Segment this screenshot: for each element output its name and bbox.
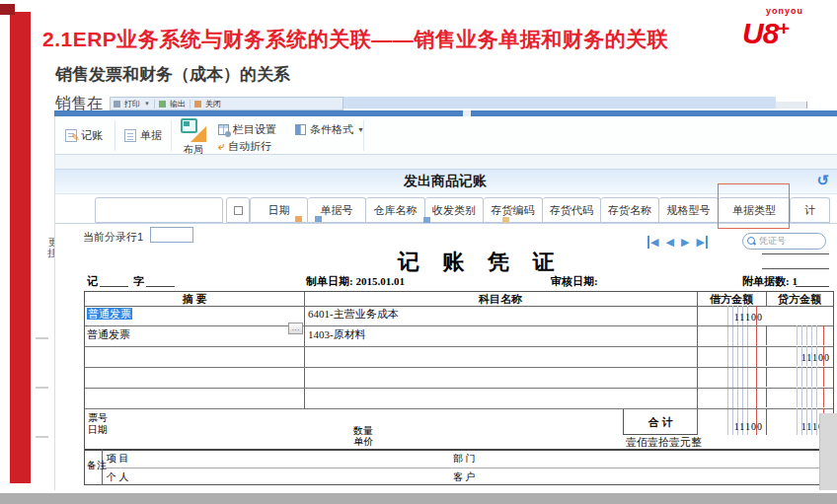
project-label: 项 目 bbox=[107, 452, 129, 466]
toolbar-divider bbox=[114, 120, 115, 151]
made-date: 制单日期: 2015.01.01 bbox=[306, 274, 405, 289]
debit-cell[interactable] bbox=[697, 389, 766, 408]
column-settings-icon bbox=[218, 124, 229, 135]
last-record-button[interactable]: ▶ bbox=[696, 236, 707, 249]
highlight-annotation-box bbox=[718, 183, 790, 229]
column-header-3[interactable]: 仓库名称 bbox=[366, 197, 425, 223]
summary-cell[interactable]: 普通发票 bbox=[85, 326, 304, 346]
grid-line bbox=[766, 292, 767, 306]
total-debit-amount: 11100 bbox=[734, 421, 763, 432]
auto-wrap-icon: ⤶ bbox=[218, 140, 224, 153]
margin-artifact bbox=[36, 337, 48, 339]
voucher-row-2[interactable]: 普通发票1403-原材料11100 bbox=[85, 326, 833, 347]
summary-header: 摘 要 bbox=[85, 292, 304, 306]
corner-accent-square bbox=[0, 4, 15, 15]
next-record-button[interactable]: ▶ bbox=[681, 236, 689, 249]
voucher-row-3[interactable] bbox=[85, 347, 833, 368]
voucher-row-1[interactable]: 普通发票6401-主营业务成本11100 bbox=[85, 306, 833, 326]
grid-title: 发出商品记账 bbox=[302, 173, 588, 190]
total-label: 合 计 bbox=[623, 409, 697, 435]
voucher-row-5[interactable] bbox=[85, 389, 833, 409]
grid-line bbox=[102, 468, 833, 468]
summary-cell[interactable] bbox=[85, 368, 304, 388]
dept-label: 部 门 bbox=[453, 452, 476, 466]
voucher-search-box[interactable]: 凭证号 bbox=[742, 233, 826, 250]
column-settings-button[interactable]: 栏目设置 bbox=[218, 122, 276, 137]
word-blank-line bbox=[100, 286, 128, 287]
export-button[interactable]: 输出 bbox=[170, 99, 186, 109]
summary-text: 普通发票 bbox=[87, 328, 130, 340]
column-header-4[interactable]: 收发类别 bbox=[425, 197, 484, 223]
slide-canvas: 2.1ERP业务系统与财务系统的关联——销售业务单据和财务的关联 yonyou … bbox=[0, 0, 837, 504]
logo-brand-text: yonyou bbox=[766, 6, 831, 16]
summary-ellipsis-button[interactable]: … bbox=[288, 323, 303, 334]
row-icon-artifact bbox=[315, 216, 322, 222]
logo-plus: + bbox=[778, 18, 789, 39]
total-debit-cell: 11100 bbox=[697, 409, 766, 435]
account-cell[interactable]: 1403-原材料 bbox=[304, 326, 697, 346]
debit-cell[interactable] bbox=[697, 347, 766, 367]
column-header-5[interactable]: 存货编码 bbox=[484, 197, 543, 223]
auto-wrap-button[interactable]: ⤶ 自动折行 bbox=[218, 139, 271, 154]
slide-bottom-bar bbox=[0, 493, 837, 504]
attached-docs: 附单据数: 1 bbox=[742, 274, 798, 289]
scrollbar-strip[interactable] bbox=[819, 413, 837, 490]
previous-record-button[interactable]: ◀ bbox=[665, 236, 673, 249]
first-record-button[interactable]: ◀ bbox=[647, 236, 658, 249]
left-accent-bar bbox=[10, 12, 31, 483]
account-cell[interactable] bbox=[304, 347, 697, 367]
grid-line bbox=[304, 292, 305, 306]
grid-line bbox=[697, 292, 698, 306]
select-all-checkbox[interactable] bbox=[226, 197, 250, 223]
voucher-title: 记 账 凭 证 bbox=[398, 248, 564, 277]
credit-header: 贷方金额 bbox=[766, 292, 833, 306]
column-header-8[interactable]: 规格型号 bbox=[659, 197, 719, 223]
debit-cell[interactable] bbox=[697, 326, 766, 346]
account-cell[interactable] bbox=[304, 389, 697, 408]
search-placeholder: 凭证号 bbox=[759, 235, 786, 248]
remark-label: 备注 bbox=[87, 459, 107, 472]
print-button[interactable]: 打印 bbox=[124, 99, 140, 109]
voucher-rows: 普通发票6401-主营业务成本11100普通发票1403-原材料11100 bbox=[85, 306, 833, 409]
debit-cell[interactable]: 11100 bbox=[697, 306, 766, 325]
row-icon-artifact bbox=[502, 217, 509, 223]
row-icon-artifact bbox=[423, 217, 430, 223]
current-entry-row-input[interactable] bbox=[150, 227, 193, 243]
divider bbox=[190, 100, 190, 108]
debit-amount: 11100 bbox=[734, 312, 763, 323]
column-header-6[interactable]: 存货代码 bbox=[543, 197, 601, 223]
print-dropdown-caret[interactable]: ▼ bbox=[144, 101, 150, 107]
conditional-format-button[interactable]: 条件格式 ▼ bbox=[295, 122, 364, 137]
column-header-7[interactable]: 存货名称 bbox=[601, 197, 659, 223]
record-button[interactable]: ✎ 记账 bbox=[65, 128, 103, 143]
background-window-edge bbox=[776, 102, 807, 108]
voucher-navigation: ◀ ◀ ▶ ▶ bbox=[647, 236, 708, 249]
toolbar-substrip bbox=[55, 155, 837, 169]
print-icon bbox=[114, 101, 120, 108]
account-header: 科目名称 bbox=[304, 292, 697, 306]
customer-label: 客 户 bbox=[453, 470, 476, 484]
audit-date-label: 审核日期: bbox=[551, 274, 598, 289]
close-button[interactable]: 关闭 bbox=[205, 99, 221, 109]
summary-cell[interactable]: 普通发票 bbox=[85, 306, 304, 325]
column-header-blank[interactable] bbox=[95, 197, 223, 223]
attach-underline bbox=[796, 286, 829, 287]
voucher-table: 摘 要 科目名称 借方金额 贷方金额 普通发票6401-主营业务成本11100普… bbox=[84, 291, 834, 485]
voucher-row-4[interactable] bbox=[85, 368, 833, 389]
account-cell[interactable] bbox=[304, 368, 697, 388]
current-entry-row-label: 当前分录行1 bbox=[83, 230, 143, 245]
account-cell[interactable]: 6401-主营业务成本 bbox=[304, 306, 697, 325]
debit-header: 借方金额 bbox=[697, 292, 766, 306]
date-label: 日期 bbox=[88, 423, 108, 437]
background-window-toolbar: 打印 ▼ 输出 关闭 bbox=[110, 97, 343, 110]
summary-cell[interactable] bbox=[85, 347, 304, 367]
voucher-number-line bbox=[762, 268, 829, 269]
debit-cell[interactable] bbox=[697, 368, 766, 388]
summary-cell[interactable] bbox=[85, 389, 304, 408]
refresh-icon[interactable]: ↺ bbox=[816, 172, 829, 189]
column-header-10[interactable]: 计 bbox=[791, 197, 830, 223]
voucher-word-label2: 字 bbox=[133, 274, 144, 289]
document-icon bbox=[124, 129, 136, 142]
document-button[interactable]: 单据 bbox=[124, 128, 162, 143]
background-window-titlebar bbox=[343, 97, 776, 108]
